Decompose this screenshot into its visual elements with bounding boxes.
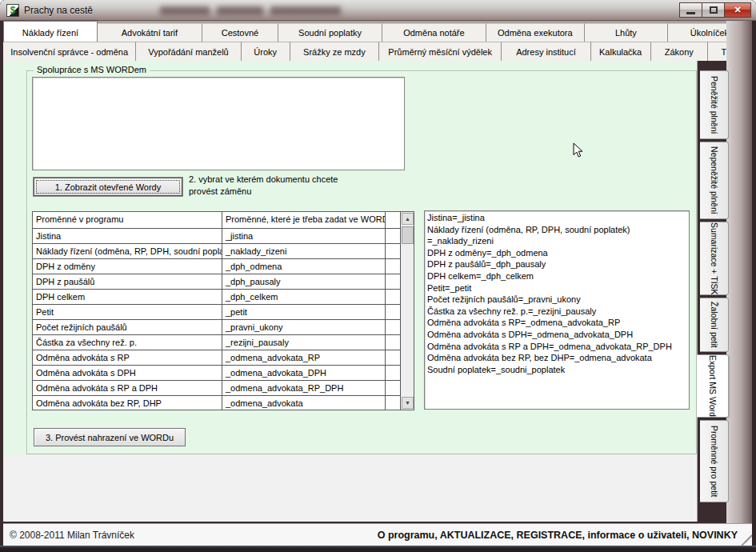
minimize-button[interactable] (679, 2, 702, 18)
side-tab-sumarizace-tisk[interactable]: Sumarizace + TISK (700, 222, 729, 295)
cell-program: DPH z paušálů (33, 274, 222, 289)
variables-table[interactable]: Proměnné v programu Proměnné, které je t… (32, 211, 414, 410)
cell-word: _odmena_advokata_DPH (222, 366, 386, 380)
about-links-text[interactable]: O programu, AKTUALIZACE, REGISTRACE, inf… (378, 524, 738, 546)
open-words-listbox[interactable] (32, 77, 405, 170)
table-row[interactable]: DPH z odměny_dph_odmena (33, 259, 414, 274)
export-ms-word-page: Spolupráce s MS WORDem 1. Zobrazit otevř… (3, 61, 698, 522)
close-icon: ✕ (734, 5, 741, 15)
cell-word: _petit (222, 305, 386, 319)
side-tab-zalobni-petit[interactable]: Žalobní petit (700, 298, 729, 352)
cell-word: _naklady_rizeni (222, 244, 386, 258)
step2-line2: provést záměnu (189, 186, 251, 196)
cell-program: Částka za všechny rež. p. (33, 335, 222, 350)
replace-in-word-button[interactable]: 3. Provést nahrazení ve WORDu (34, 428, 186, 446)
tab-advokatni-tarif[interactable]: Advokátní tarif (98, 23, 202, 42)
minimize-icon (686, 12, 695, 14)
cell-program: Náklady řízení (odměna, RP, DPH, soudní … (33, 244, 222, 258)
cell-word: _dph_odmena (222, 259, 386, 274)
cell-word: _dph_celkem (222, 290, 386, 304)
table-row[interactable]: Částka za všechny rež. p._rezijni_pausal… (33, 335, 414, 350)
table-row[interactable]: Jistina_jistina (33, 229, 414, 244)
step2-instruction: 2. vybrat ve kterém dokumentu chceteprov… (189, 174, 413, 198)
cell-word: _jistina (222, 229, 386, 243)
title-bar[interactable]: $ Prachy na cestě ✕ (0, 0, 756, 21)
tab-zakony[interactable]: Zákony (651, 42, 708, 61)
window-bottom-frame (0, 546, 756, 552)
tab-row-1: Náklady řízení Advokátní tarif Cestovné … (3, 21, 752, 42)
tab-insolvencni-spravce[interactable]: Insolvenční správce - odměna (3, 42, 136, 61)
tab-uroky[interactable]: Úroky (242, 42, 290, 61)
cell-program: Jistina (33, 229, 222, 243)
tab-vyporadani-manzelu[interactable]: Vypořádání manželů (136, 42, 241, 61)
top-tab-strip: Náklady řízení Advokátní tarif Cestovné … (3, 21, 752, 61)
cell-program: DPH z odměny (33, 259, 222, 274)
table-row[interactable]: Náklady řízení (odměna, RP, DPH, soudní … (33, 244, 414, 259)
cell-program: Odměna advokáta s RP (33, 350, 222, 365)
groupbox-title: Spolupráce s MS WORDem (34, 65, 150, 74)
table-scrollbar[interactable]: ▲ ▼ (400, 212, 414, 410)
tab-odmena-exekutora[interactable]: Odměna exekutora (486, 23, 585, 42)
status-bar: © 2008-2011 Milan Trávníček O programu, … (3, 523, 752, 546)
mouse-cursor-icon (573, 142, 584, 162)
tab-cestovne[interactable]: Cestovné (202, 23, 278, 42)
table-row[interactable]: Odměna advokáta bez RP, DHP_odmena_advok… (33, 396, 414, 410)
maximize-icon (710, 6, 718, 14)
table-row[interactable]: Odměna advokáta s RP_odmena_advokata_RP (33, 350, 414, 366)
redacted-text (160, 6, 348, 15)
table-row[interactable]: Počet režijních paušálů_pravni_ukony (33, 320, 414, 335)
resize-grip-icon[interactable] (740, 534, 750, 543)
column-header-program[interactable]: Proměnné v programu (33, 212, 222, 228)
side-tab-export-ms-word[interactable]: Export MS Word (697, 354, 729, 418)
cell-program: Odměna advokáta bez RP, DHP (33, 396, 222, 410)
show-open-words-button[interactable]: 1. Zobrazit otevřené Wordy (34, 178, 182, 196)
cell-word: _odmena_advokata_RP_DPH (222, 381, 386, 395)
window-right-edge (752, 21, 756, 546)
tab-soudni-poplatky[interactable]: Soudní poplatky (278, 23, 382, 42)
side-tab-promenne-pro-petit[interactable]: Proměnné pro petit (700, 420, 729, 502)
page-bottom-area (3, 454, 697, 522)
cell-program: Počet režijních paušálů (33, 320, 222, 334)
tab-prumerny-vydelek[interactable]: Průměrný měsíční výdělek (379, 42, 502, 61)
table-header-row: Proměnné v programu Proměnné, které je t… (33, 212, 414, 229)
table-row[interactable]: DPH celkem_dph_celkem (33, 290, 414, 305)
cell-word: _odmena_advokata (222, 396, 386, 410)
cell-program: Odměna advokáta s RP a DPH (33, 381, 222, 395)
cell-program: Odměna advokáta s DPH (33, 366, 222, 380)
app-window: $ Prachy na cestě ✕ Náklady řízení Advok… (0, 0, 756, 552)
side-tab-penezite-plneni[interactable]: Peněžité plnění (700, 70, 729, 139)
table-row[interactable]: Petit_petit (33, 305, 414, 320)
window-left-frame (0, 21, 3, 546)
window-title: Prachy na cestě (24, 0, 93, 21)
app-icon: $ (6, 4, 19, 17)
copyright-text: © 2008-2011 Milan Trávníček (10, 524, 134, 546)
side-tab-strip: Peněžité plnění Nepeněžité plnění Sumari… (698, 70, 730, 502)
scroll-up-icon[interactable]: ▲ (402, 213, 414, 225)
tab-row-2: Insolvenční správce - odměna Vypořádání … (3, 42, 752, 61)
table-row[interactable]: Odměna advokáta s RP a DPH_odmena_advoka… (33, 381, 414, 396)
tab-srazky-ze-mzdy[interactable]: Srážky ze mzdy (290, 42, 379, 61)
scrollbar-thumb[interactable] (402, 226, 414, 244)
step2-line1: 2. vybrat ve kterém dokumentu chcete (189, 174, 338, 184)
cell-word: _pravni_ukony (222, 320, 386, 334)
maximize-button[interactable] (702, 2, 725, 18)
column-header-word[interactable]: Proměnné, které je třeba zadat ve WORDu (222, 212, 386, 228)
cell-word: _odmena_advokata_RP (222, 350, 386, 365)
tab-naklady-rizeni[interactable]: Náklady řízení (3, 21, 98, 42)
close-button[interactable]: ✕ (724, 2, 751, 18)
scroll-down-icon[interactable]: ▼ (402, 397, 414, 409)
table-row[interactable]: Odměna advokáta s DPH_odmena_advokata_DP… (33, 366, 414, 381)
side-tab-nepenezite-plneni[interactable]: Nepeněžité plnění (700, 142, 729, 219)
table-row[interactable]: DPH z paušálů_dph_pausaly (33, 274, 414, 290)
tab-adresy-instituci[interactable]: Adresy institucí (502, 42, 590, 61)
tab-kalkulacka[interactable]: Kalkulačka (591, 42, 651, 61)
cell-word: _dph_pausaly (222, 274, 386, 289)
mapping-text-panel[interactable]: Jistina=_jistina Náklady řízení (odměna,… (424, 210, 690, 410)
cell-word: _rezijni_pausaly (222, 335, 386, 350)
cell-program: Petit (33, 305, 222, 319)
cell-program: DPH celkem (33, 290, 222, 304)
tab-odmena-notare[interactable]: Odměna notáře (382, 23, 486, 42)
tab-lhuty[interactable]: Lhůty (585, 23, 668, 42)
